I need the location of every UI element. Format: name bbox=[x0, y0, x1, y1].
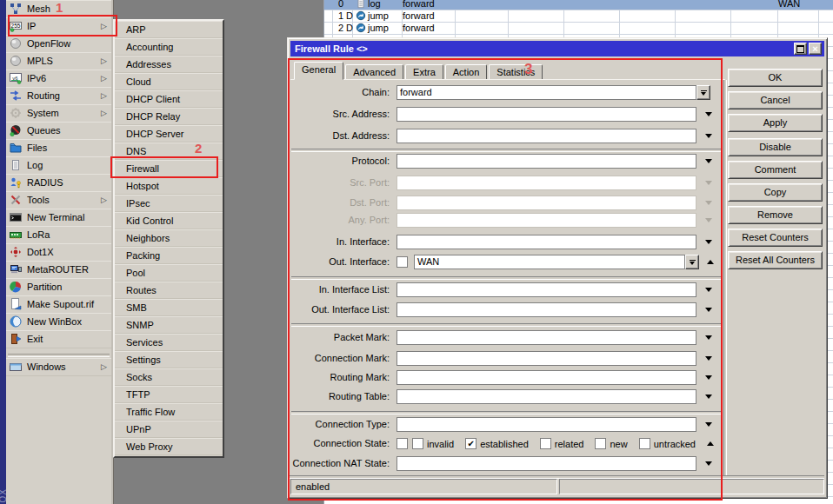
menu-item-queues[interactable]: Queues bbox=[6, 122, 111, 140]
dialog-title-bar[interactable]: Firewall Rule <> × bbox=[290, 41, 824, 56]
connection-mark-field[interactable] bbox=[397, 351, 696, 366]
submenu-item-dhcp-client[interactable]: DHCP Client bbox=[115, 90, 223, 108]
connection-nat-state-field[interactable] bbox=[397, 456, 696, 471]
dst-address-dropdown-arrow[interactable] bbox=[702, 129, 716, 143]
disable-button[interactable]: Disable bbox=[728, 138, 823, 156]
routing-table-dropdown-arrow[interactable] bbox=[702, 389, 716, 404]
copy-button[interactable]: Copy bbox=[728, 183, 823, 202]
out-interface-not-checkbox[interactable] bbox=[397, 256, 408, 268]
submenu-item-routes[interactable]: Routes bbox=[115, 282, 223, 299]
menu-item-openflow[interactable]: OpenFlow bbox=[6, 35, 111, 53]
src-address-dropdown-arrow[interactable] bbox=[702, 107, 716, 122]
menu-item-mesh[interactable]: Mesh bbox=[6, 0, 111, 18]
menu-item-lora[interactable]: LoRa bbox=[6, 226, 111, 244]
menu-item-partition[interactable]: Partition bbox=[6, 278, 111, 296]
menu-item-tools[interactable]: Tools▷ bbox=[6, 191, 111, 209]
related-checkbox[interactable] bbox=[540, 438, 551, 449]
out-interface-field[interactable]: WAN bbox=[414, 255, 685, 269]
src-address-field[interactable] bbox=[397, 107, 696, 122]
table-row[interactable]: 1Djumpforward bbox=[324, 10, 833, 22]
submenu-item-tftp[interactable]: TFTP bbox=[115, 386, 223, 403]
menu-item-metarouter[interactable]: MetaROUTER bbox=[6, 261, 111, 279]
connection-state-collapse-button[interactable] bbox=[703, 436, 717, 451]
in-interface-list-dropdown-arrow[interactable] bbox=[702, 282, 716, 297]
tab-advanced[interactable]: Advanced bbox=[345, 64, 403, 80]
connection-mark-dropdown-arrow[interactable] bbox=[702, 351, 716, 366]
invalid-checkbox[interactable] bbox=[412, 438, 423, 449]
connection-state-not-checkbox[interactable] bbox=[397, 438, 408, 449]
apply-button[interactable]: Apply bbox=[728, 114, 823, 132]
packet-mark-dropdown-arrow[interactable] bbox=[702, 330, 716, 345]
menu-item-ip[interactable]: 255IP▷ bbox=[6, 17, 111, 36]
submenu-item-neighbors[interactable]: Neighbors bbox=[115, 229, 223, 247]
out-interface-collapse-button[interactable] bbox=[703, 255, 717, 269]
routing-mark-dropdown-arrow[interactable] bbox=[702, 370, 716, 385]
table-row[interactable]: 2Djumpforward bbox=[324, 22, 833, 34]
menu-item-windows[interactable]: Windows▷ bbox=[6, 358, 111, 376]
chain-field[interactable]: forward bbox=[397, 85, 696, 100]
menu-item-make-supout-rif[interactable]: Make Supout.rif bbox=[6, 295, 111, 314]
close-button[interactable]: × bbox=[809, 43, 822, 55]
submenu-item-addresses[interactable]: Addresses bbox=[115, 56, 223, 73]
submenu-item-packing[interactable]: Packing bbox=[115, 247, 223, 264]
tab-extra[interactable]: Extra bbox=[405, 64, 443, 80]
out-interface-list-field[interactable] bbox=[397, 302, 696, 317]
connection-type-field[interactable] bbox=[397, 417, 696, 432]
maximize-button[interactable] bbox=[794, 43, 807, 55]
submenu-item-accounting[interactable]: Accounting bbox=[115, 38, 223, 56]
menu-item-routing[interactable]: Routing▷ bbox=[6, 87, 111, 105]
submenu-item-dhcp-relay[interactable]: DHCP Relay bbox=[115, 108, 223, 125]
in-interface-list-field[interactable] bbox=[397, 282, 696, 297]
submenu-item-traffic-flow[interactable]: Traffic Flow bbox=[115, 403, 223, 421]
submenu-item-ipsec[interactable]: IPsec bbox=[115, 195, 223, 212]
chain-dropdown-button[interactable] bbox=[696, 85, 710, 100]
connection-type-dropdown-arrow[interactable] bbox=[702, 417, 716, 432]
in-interface-dropdown-arrow[interactable] bbox=[702, 235, 716, 249]
submenu-item-snmp[interactable]: SNMP bbox=[115, 316, 223, 334]
out-interface-list-dropdown-arrow[interactable] bbox=[702, 302, 716, 317]
packet-mark-field[interactable] bbox=[397, 330, 696, 345]
table-row[interactable]: 0logforwardWAN bbox=[324, 0, 833, 10]
connection-nat-state-dropdown-arrow[interactable] bbox=[702, 456, 716, 471]
submenu-item-dns[interactable]: DNS bbox=[115, 143, 223, 160]
submenu-item-socks[interactable]: Socks bbox=[115, 368, 223, 386]
submenu-item-dhcp-server[interactable]: DHCP Server bbox=[115, 125, 223, 143]
tab-general[interactable]: General bbox=[294, 62, 343, 80]
reset-counters-button[interactable]: Reset Counters bbox=[728, 229, 823, 247]
menu-item-log[interactable]: Log bbox=[6, 156, 111, 175]
out-interface-dropdown-button[interactable] bbox=[685, 255, 699, 269]
submenu-item-arp[interactable]: ARP bbox=[115, 21, 223, 38]
reset-all-counters-button[interactable]: Reset All Counters bbox=[728, 251, 823, 269]
protocol-field[interactable] bbox=[397, 154, 696, 169]
submenu-item-firewall[interactable]: Firewall bbox=[115, 160, 223, 177]
established-checkbox[interactable] bbox=[465, 438, 476, 449]
protocol-dropdown-arrow[interactable] bbox=[702, 154, 716, 169]
menu-item-exit[interactable]: Exit bbox=[6, 330, 111, 348]
tab-action[interactable]: Action bbox=[445, 64, 488, 80]
menu-item-mpls[interactable]: MPLS▷ bbox=[6, 52, 111, 70]
submenu-item-kid-control[interactable]: Kid Control bbox=[115, 212, 223, 229]
routing-table-field[interactable] bbox=[397, 389, 696, 404]
submenu-item-settings[interactable]: Settings bbox=[115, 351, 223, 368]
dst-address-field[interactable] bbox=[397, 129, 696, 143]
in-interface-field[interactable] bbox=[397, 235, 696, 249]
submenu-item-hotspot[interactable]: Hotspot bbox=[115, 177, 223, 195]
menu-item-radius[interactable]: RADIUS bbox=[6, 174, 111, 192]
menu-item-new-winbox[interactable]: New WinBox bbox=[6, 313, 111, 331]
menu-item-new-terminal[interactable]: New Terminal bbox=[6, 209, 111, 227]
submenu-item-cloud[interactable]: Cloud bbox=[115, 73, 223, 90]
submenu-item-pool[interactable]: Pool bbox=[115, 264, 223, 282]
menu-item-ipv6[interactable]: v6IPv6▷ bbox=[6, 70, 111, 88]
untracked-checkbox[interactable] bbox=[639, 438, 650, 449]
ok-button[interactable]: OK bbox=[728, 69, 823, 87]
comment-button[interactable]: Comment bbox=[728, 161, 823, 179]
menu-item-dot1x[interactable]: Dot1X bbox=[6, 243, 111, 262]
submenu-item-upnp[interactable]: UPnP bbox=[115, 421, 223, 438]
submenu-item-web-proxy[interactable]: Web Proxy bbox=[115, 438, 223, 455]
submenu-item-smb[interactable]: SMB bbox=[115, 299, 223, 316]
routing-mark-field[interactable] bbox=[397, 370, 696, 385]
remove-button[interactable]: Remove bbox=[728, 206, 823, 224]
tab-statistics[interactable]: Statistics bbox=[489, 64, 543, 80]
submenu-item-services[interactable]: Services bbox=[115, 334, 223, 351]
cancel-button[interactable]: Cancel bbox=[728, 91, 823, 109]
